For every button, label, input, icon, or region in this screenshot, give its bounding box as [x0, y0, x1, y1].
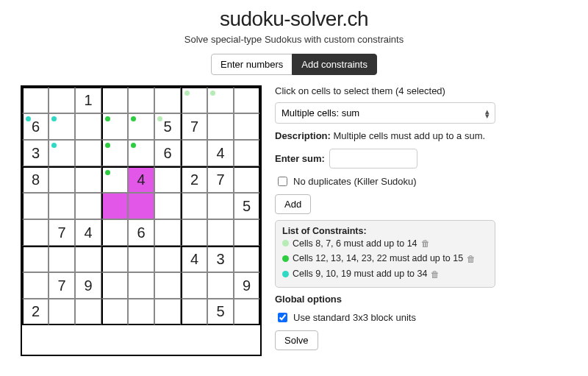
cell-r8c0[interactable]: 2	[22, 299, 49, 325]
cell-r4c0[interactable]	[22, 193, 49, 219]
cell-r4c7[interactable]	[207, 193, 234, 219]
delete-constraint-icon[interactable]: 🗑	[467, 253, 476, 265]
cell-r2c7[interactable]: 4	[207, 140, 234, 166]
cell-r6c0[interactable]	[22, 246, 49, 272]
constraint-description: Description: Multiple cells must add up …	[275, 130, 495, 143]
cell-r0c7[interactable]	[207, 87, 234, 113]
cell-r3c2[interactable]	[75, 166, 101, 193]
cell-r3c3[interactable]	[101, 166, 128, 193]
cell-r6c5[interactable]	[154, 246, 181, 272]
no-duplicates-label: No duplicates (Killer Sudoku)	[293, 176, 417, 187]
cell-r0c2[interactable]: 1	[75, 87, 101, 113]
cell-r4c6[interactable]	[181, 193, 207, 219]
cell-r5c0[interactable]	[22, 219, 49, 246]
cell-r5c7[interactable]	[207, 219, 234, 246]
cell-r2c0[interactable]: 3	[22, 140, 49, 166]
cell-r2c8[interactable]	[234, 140, 260, 166]
cell-r0c4[interactable]	[128, 87, 154, 113]
cell-r6c2[interactable]	[75, 246, 101, 272]
cell-r7c1[interactable]: 7	[49, 272, 75, 299]
sum-input[interactable]	[329, 149, 417, 169]
cell-r1c8[interactable]	[234, 113, 260, 140]
cell-r5c8[interactable]	[234, 219, 260, 246]
cell-r1c4[interactable]	[128, 113, 154, 140]
cell-r1c5[interactable]: 5	[154, 113, 181, 140]
cell-r8c4[interactable]	[128, 299, 154, 325]
cell-r8c2[interactable]	[75, 299, 101, 325]
cell-r2c2[interactable]	[75, 140, 101, 166]
cell-r8c1[interactable]	[49, 299, 75, 325]
cell-r7c6[interactable]	[181, 272, 207, 299]
cell-r4c3[interactable]	[101, 193, 128, 219]
cell-r6c3[interactable]	[101, 246, 128, 272]
cell-r4c1[interactable]	[49, 193, 75, 219]
cell-r5c3[interactable]	[101, 219, 128, 246]
delete-constraint-icon[interactable]: 🗑	[431, 269, 440, 280]
cell-r7c5[interactable]	[154, 272, 181, 299]
cell-r4c5[interactable]	[154, 193, 181, 219]
cell-r6c4[interactable]	[128, 246, 154, 272]
cell-r8c3[interactable]	[101, 299, 128, 325]
delete-constraint-icon[interactable]: 🗑	[421, 238, 430, 249]
cell-r2c6[interactable]	[181, 140, 207, 166]
cell-r0c0[interactable]	[22, 87, 49, 113]
cell-r5c6[interactable]	[181, 219, 207, 246]
cell-r6c6[interactable]: 4	[181, 246, 207, 272]
cell-r3c5[interactable]	[154, 166, 181, 193]
cell-r2c3[interactable]	[101, 140, 128, 166]
cell-r7c0[interactable]	[22, 272, 49, 299]
cell-r7c2[interactable]: 9	[75, 272, 101, 299]
global-block-row[interactable]: Use standard 3x3 block units	[275, 311, 495, 324]
cell-r4c8[interactable]: 5	[234, 193, 260, 219]
cell-r3c6[interactable]: 2	[181, 166, 207, 193]
cell-r3c1[interactable]	[49, 166, 75, 193]
cell-r6c1[interactable]	[49, 246, 75, 272]
cell-r0c1[interactable]	[49, 87, 75, 113]
cell-r1c6[interactable]: 7	[181, 113, 207, 140]
cell-r5c5[interactable]	[154, 219, 181, 246]
cell-r8c6[interactable]	[181, 299, 207, 325]
global-options-title: Global options	[275, 294, 342, 305]
cell-r1c3[interactable]	[101, 113, 128, 140]
cell-r7c3[interactable]	[101, 272, 128, 299]
tab-enter-numbers[interactable]: Enter numbers	[211, 54, 293, 75]
constraint-dot-icon	[184, 91, 190, 96]
cell-r2c1[interactable]	[49, 140, 75, 166]
cell-r0c6[interactable]	[181, 87, 207, 113]
global-block-checkbox[interactable]	[278, 313, 287, 322]
cell-r1c2[interactable]	[75, 113, 101, 140]
add-constraint-button[interactable]: Add	[275, 194, 311, 214]
constraint-text: Cells 9, 10, 19 must add up to 34	[293, 268, 427, 280]
cell-r8c7[interactable]: 5	[207, 299, 234, 325]
cell-r1c7[interactable]	[207, 113, 234, 140]
cell-r4c2[interactable]	[75, 193, 101, 219]
cell-r4c4[interactable]	[128, 193, 154, 219]
no-duplicates-row[interactable]: No duplicates (Killer Sudoku)	[275, 174, 495, 188]
cell-r7c4[interactable]	[128, 272, 154, 299]
cell-r3c8[interactable]	[234, 166, 260, 193]
cell-r5c2[interactable]: 4	[75, 219, 101, 246]
cell-r5c4[interactable]: 6	[128, 219, 154, 246]
cell-r0c5[interactable]	[154, 87, 181, 113]
cell-r1c0[interactable]: 6	[22, 113, 49, 140]
cell-r1c1[interactable]	[49, 113, 75, 140]
cell-r7c7[interactable]	[207, 272, 234, 299]
solve-button[interactable]: Solve	[275, 330, 318, 350]
cell-r2c5[interactable]: 6	[154, 140, 181, 166]
constraint-type-select[interactable]: Multiple cells: sum	[275, 102, 495, 124]
tab-add-constraints[interactable]: Add constraints	[292, 54, 377, 75]
cell-r3c0[interactable]: 8	[22, 166, 49, 193]
cell-r8c8[interactable]	[234, 299, 260, 325]
cell-r5c1[interactable]: 7	[49, 219, 75, 246]
cell-r0c8[interactable]	[234, 87, 260, 113]
cell-r3c7[interactable]: 7	[207, 166, 234, 193]
cell-r8c5[interactable]	[154, 299, 181, 325]
cell-r0c3[interactable]	[101, 87, 128, 113]
cell-r6c8[interactable]	[234, 246, 260, 272]
cell-r3c4[interactable]: 4	[128, 166, 154, 193]
cell-r6c7[interactable]: 3	[207, 246, 234, 272]
no-duplicates-checkbox[interactable]	[278, 177, 287, 186]
cell-r7c8[interactable]: 9	[234, 272, 260, 299]
constraint-color-icon	[282, 255, 289, 262]
cell-r2c4[interactable]	[128, 140, 154, 166]
